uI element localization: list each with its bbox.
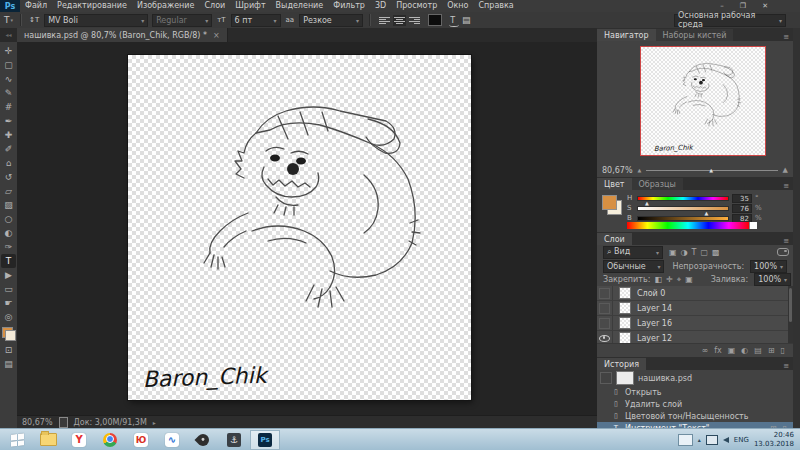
text-color-swatch[interactable] — [428, 14, 442, 26]
saturation-slider[interactable]: ▲ — [637, 206, 729, 211]
visibility-toggle[interactable] — [597, 286, 613, 300]
quick-mask-button[interactable]: ⊡ — [1, 343, 16, 357]
brightness-slider[interactable]: ▲ — [637, 216, 729, 221]
navigator-thumbnail[interactable] — [640, 46, 766, 156]
zoom-in-mountain-icon[interactable]: ▲ — [783, 166, 788, 174]
start-button[interactable] — [2, 430, 32, 450]
background-color-swatch[interactable] — [5, 330, 16, 341]
marquee-tool[interactable]: ▢ — [1, 58, 16, 72]
zoom-level-field[interactable]: 80,67% — [22, 418, 53, 427]
menu-item-layers[interactable]: Слои — [199, 0, 230, 12]
file-explorer-button[interactable] — [33, 430, 63, 450]
new-layer-icon[interactable]: ⊞ — [768, 346, 775, 355]
hue-value-field[interactable]: 35 — [732, 194, 752, 203]
font-size-select[interactable]: 6 пт ▾ — [231, 14, 281, 27]
layer-thumbnail[interactable] — [619, 332, 631, 343]
layer-thumbnail[interactable] — [619, 302, 631, 314]
taskbar-clock[interactable]: 20:46 13.03.2018 — [754, 431, 794, 447]
workspace-select[interactable]: Основная рабочая среда ▾ — [674, 14, 786, 27]
slider-handle-icon[interactable]: ▲ — [704, 211, 708, 215]
tab-brush-presets[interactable]: Наборы кистей — [656, 29, 734, 41]
hand-tool[interactable]: ☛ — [1, 296, 16, 310]
navigator-zoom-slider[interactable]: ▲ — [646, 170, 777, 171]
layer-row-1[interactable]: Layer 14 — [597, 301, 793, 316]
move-tool[interactable]: ✛ — [1, 44, 16, 58]
tray-expand-icon[interactable]: ▴ — [698, 436, 701, 443]
align-left-button[interactable] — [378, 15, 391, 26]
document-canvas[interactable] — [128, 55, 471, 400]
font-style-select[interactable]: Regular ▾ — [152, 14, 212, 27]
history-step-delete-layer[interactable]: ▯ Удалить слой — [597, 398, 793, 410]
adjustment-layer-icon[interactable]: ◐ — [741, 346, 748, 355]
blend-mode-select[interactable]: Обычные ▾ — [603, 260, 664, 273]
panel-menu-icon[interactable]: ≡ — [783, 237, 789, 245]
shape-layers-filter-icon[interactable]: ▢ — [700, 248, 708, 257]
lock-pixels-icon[interactable]: ✛ — [666, 275, 673, 284]
saturation-value-field[interactable]: 76 — [732, 204, 752, 213]
layer-group-icon[interactable]: ▤ — [754, 346, 762, 355]
shape-tool[interactable]: ▭ — [1, 282, 16, 296]
smart-object-filter-icon[interactable]: ▩ — [712, 248, 720, 257]
lock-all-icon[interactable]: ▣ — [685, 275, 693, 284]
color-spectrum-ramp[interactable] — [627, 222, 749, 229]
layer-thumbnail[interactable] — [619, 317, 631, 329]
menu-item-select[interactable]: Выделение — [271, 0, 329, 12]
menu-item-window[interactable]: Окно — [442, 0, 473, 12]
pen-tool[interactable]: ✑ — [1, 240, 16, 254]
history-step-open[interactable]: ▯ Открыть — [597, 386, 793, 398]
layer-row-3[interactable]: Layer 12 — [597, 331, 793, 343]
blur-tool[interactable]: ○ — [1, 212, 16, 226]
gradient-tool[interactable]: ▨ — [1, 198, 16, 212]
visibility-toggle[interactable] — [597, 316, 613, 330]
lock-transparency-icon[interactable]: ◧ — [654, 275, 662, 284]
tab-layers[interactable]: Слои — [597, 233, 632, 245]
type-layers-filter-icon[interactable]: T — [692, 248, 697, 257]
satellite-app-button[interactable] — [188, 430, 218, 450]
menu-item-image[interactable]: Изображение — [132, 0, 200, 12]
fill-field[interactable]: 100% ▾ — [754, 273, 791, 286]
document-tab[interactable]: нашивка.psd @ 80,7% (Baron_Chik, RGB/8) … — [17, 28, 228, 42]
opacity-field[interactable]: 100% ▾ — [750, 260, 787, 273]
panel-menu-icon[interactable]: ≡ — [783, 182, 789, 190]
align-right-button[interactable] — [408, 15, 421, 26]
toggle-panels-icon[interactable]: ▤ — [462, 15, 471, 25]
white-color-chip[interactable] — [749, 222, 757, 229]
zoom-out-mountain-icon[interactable]: ▲ — [638, 167, 642, 173]
layer-mask-icon[interactable]: ▣ — [728, 346, 736, 355]
align-center-button[interactable] — [393, 15, 406, 26]
tab-swatches[interactable]: Образцы — [632, 178, 683, 190]
hue-slider[interactable]: ▲ — [637, 196, 729, 201]
panel-menu-icon[interactable]: ≡ — [783, 33, 789, 41]
text-orientation-icon[interactable]: ↕T — [29, 16, 39, 24]
quick-selection-tool[interactable]: ✎ — [1, 86, 16, 100]
filter-toggle-icon[interactable] — [777, 248, 789, 256]
brush-tool[interactable]: ✐ — [1, 142, 16, 156]
language-indicator[interactable]: ENG — [734, 436, 749, 444]
panel-menu-icon[interactable]: ≡ — [783, 362, 789, 370]
layer-row-0[interactable]: Слой 0 — [597, 286, 793, 301]
path-selection-tool[interactable]: ▶ — [1, 268, 16, 282]
menu-item-3d[interactable]: 3D — [370, 0, 391, 12]
visibility-toggle[interactable] — [597, 301, 613, 315]
layer-effects-icon[interactable]: fx — [714, 346, 722, 355]
menu-item-type[interactable]: Шрифт — [230, 0, 270, 12]
photoshop-taskbar-button[interactable]: Ps — [250, 430, 280, 450]
tray-app-icon[interactable] — [678, 434, 693, 446]
tab-navigator[interactable]: Навигатор — [597, 29, 656, 41]
type-tool[interactable]: T — [1, 254, 16, 268]
visibility-toggle[interactable] — [597, 331, 613, 343]
font-family-select[interactable]: MV Boli ▾ — [44, 14, 148, 27]
layer-filter-select[interactable]: ⌕ Вид ▾ — [603, 246, 663, 259]
layer-thumbnail[interactable] — [619, 287, 631, 299]
crop-tool[interactable]: # — [1, 100, 16, 114]
history-snapshot-row[interactable]: нашивка.psd — [597, 370, 793, 386]
screen-mode-button[interactable]: ▤ — [1, 357, 16, 371]
history-brush-source-icon[interactable] — [600, 372, 612, 384]
menu-item-filter[interactable]: Фильтр — [328, 0, 370, 12]
eyedropper-tool[interactable]: ✒ — [1, 114, 16, 128]
tab-history[interactable]: История — [597, 358, 646, 370]
chrome-button[interactable] — [95, 430, 125, 450]
menu-item-view[interactable]: Просмотр — [391, 0, 442, 12]
slider-handle-icon[interactable]: ▲ — [645, 201, 649, 205]
link-layers-icon[interactable]: ∞ — [702, 346, 709, 355]
